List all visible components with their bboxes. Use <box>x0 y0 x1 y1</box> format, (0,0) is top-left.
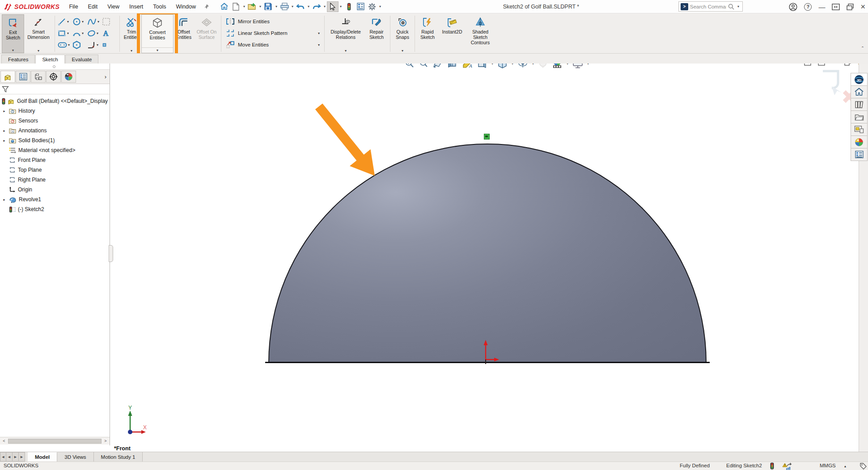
scrollbar-thumb[interactable] <box>8 439 102 444</box>
instant2d-button[interactable]: Instant2D <box>438 14 466 53</box>
property-manager-tab[interactable] <box>16 71 30 83</box>
sketch-picture-button[interactable] <box>102 17 117 26</box>
caret-down-icon[interactable]: ▾ <box>308 4 309 8</box>
convert-entities-button[interactable]: Convert Entities ▾ <box>141 14 174 53</box>
polygon-tool-button[interactable] <box>72 41 87 49</box>
open-document-button[interactable] <box>246 1 258 12</box>
home-tab[interactable] <box>851 85 868 98</box>
save-button[interactable] <box>263 1 274 12</box>
expand-arrow-icon[interactable]: ▸ <box>2 109 7 113</box>
panel-overflow-chevron-icon[interactable]: › <box>105 73 106 80</box>
tag-icon[interactable] <box>860 462 867 470</box>
tree-item-history[interactable]: ▸ History <box>0 106 110 116</box>
close-window-icon[interactable]: × <box>860 3 865 11</box>
restore-window-icon[interactable] <box>847 4 854 10</box>
pin-menu-icon[interactable] <box>203 4 210 10</box>
rapid-sketch-button[interactable]: Rapid Sketch <box>417 14 438 53</box>
user-account-icon[interactable] <box>789 3 797 11</box>
tree-root-item[interactable]: Golf Ball (Default) <<Default>_Display S… <box>0 96 110 106</box>
tree-item-sensors[interactable]: Sensors <box>0 116 110 126</box>
caret-down-icon[interactable]: ▾ <box>122 49 141 53</box>
menu-file[interactable]: File <box>64 0 83 13</box>
caret-down-icon[interactable]: ▾ <box>82 20 84 24</box>
caret-down-icon[interactable]: ▾ <box>379 4 381 8</box>
linear-sketch-pattern-button[interactable]: Linear Sketch Pattern ▾ <box>224 27 322 39</box>
slot-tool-button[interactable]: ▾ <box>58 42 72 48</box>
caret-down-icon[interactable]: ▾ <box>392 49 413 53</box>
tree-filter-box[interactable] <box>0 84 110 94</box>
caret-down-icon[interactable]: ▾ <box>292 4 293 8</box>
search-commands-box[interactable]: > ▾ <box>678 1 743 12</box>
caret-down-icon[interactable]: ▾ <box>243 4 245 8</box>
repair-sketch-button[interactable]: Repair Sketch <box>365 14 388 53</box>
rebuild-traffic-light-button[interactable] <box>343 1 355 12</box>
sketch-origin-marker[interactable] <box>480 339 500 365</box>
caret-down-icon[interactable]: ▾ <box>24 49 53 53</box>
select-tool-button[interactable] <box>327 1 339 12</box>
menu-window[interactable]: Window <box>171 0 200 13</box>
circle-tool-button[interactable]: ▾ <box>72 17 87 26</box>
next-tab-button[interactable]: ▶ <box>13 452 19 462</box>
rectangle-tool-button[interactable]: ▾ <box>58 29 72 38</box>
menu-tools[interactable]: Tools <box>148 0 171 13</box>
tab-3d-views[interactable]: 3D Views <box>57 452 93 462</box>
ribbon-collapse-icon[interactable]: ˆ <box>862 46 864 52</box>
graphics-viewport[interactable]: A ▾ ▾ ▾ ▾ ▾ — × <box>110 57 859 452</box>
line-tool-button[interactable]: ▾ <box>58 17 72 26</box>
panel-grip[interactable] <box>0 64 110 69</box>
arc-tool-button[interactable]: ▾ <box>72 29 87 38</box>
search-input[interactable] <box>690 4 726 9</box>
exit-sketch-button[interactable]: Exit Sketch ▾ <box>2 14 24 53</box>
tree-item-right-plane[interactable]: Right Plane <box>0 175 110 185</box>
shaded-sketch-contours-button[interactable]: Shaded Sketch Contours <box>466 14 495 53</box>
caret-down-icon[interactable]: ▾ <box>68 43 70 47</box>
tree-horizontal-scrollbar[interactable]: < > <box>0 437 110 445</box>
menu-insert[interactable]: Insert <box>124 0 148 13</box>
offset-on-surface-button[interactable]: Offset On Surface <box>194 14 219 53</box>
home-button[interactable] <box>219 1 230 12</box>
caret-down-icon[interactable]: ▾ <box>97 20 99 24</box>
prev-tab-button[interactable]: ◀ <box>6 452 13 462</box>
appearances-scenes-tab[interactable] <box>851 135 868 148</box>
mirror-entities-button[interactable]: Mirror Entities <box>224 16 322 27</box>
tree-item-top-plane[interactable]: Top Plane <box>0 165 110 175</box>
sketch-status-icon[interactable]: ! <box>782 462 792 470</box>
scroll-right-icon[interactable]: > <box>102 439 109 443</box>
display-manager-tab[interactable] <box>61 71 76 83</box>
caret-down-icon[interactable]: ▾ <box>67 31 69 35</box>
tab-features[interactable]: Features <box>1 55 35 64</box>
tree-item-solid-bodies[interactable]: ▸ Solid Bodies(1) <box>0 135 110 145</box>
tab-sketch[interactable]: Sketch <box>35 55 64 64</box>
display-delete-relations-button[interactable]: Display/Delete Relations ▾ <box>326 14 365 53</box>
panel-splitter-handle[interactable] <box>109 245 113 262</box>
sketch-fillet-button[interactable]: ▾ <box>87 41 102 49</box>
tree-item-origin[interactable]: Origin <box>0 185 110 195</box>
search-icon[interactable] <box>728 4 734 10</box>
caret-down-icon[interactable]: ▾ <box>259 4 261 8</box>
print-button[interactable] <box>279 1 290 12</box>
tree-item-annotations[interactable]: ▸ A Annotations <box>0 126 110 135</box>
view-palette-tab[interactable] <box>851 123 868 136</box>
minimize-window-icon[interactable]: — <box>818 4 825 10</box>
first-tab-button[interactable]: ◀ <box>0 452 6 462</box>
expand-arrow-icon[interactable]: ▸ <box>2 139 7 143</box>
file-explorer-tab[interactable] <box>851 110 868 123</box>
custom-properties-tab[interactable] <box>851 148 868 161</box>
undo-button[interactable] <box>295 1 306 12</box>
caret-down-icon[interactable]: ▾ <box>2 48 24 52</box>
caret-down-icon[interactable]: ▾ <box>142 47 173 52</box>
design-library-tab[interactable] <box>851 98 868 111</box>
caret-down-icon[interactable]: ▾ <box>82 31 84 35</box>
caret-down-icon[interactable]: ▾ <box>318 43 320 47</box>
caret-down-icon[interactable]: ▾ <box>275 4 277 8</box>
quick-snaps-button[interactable]: Quick Snaps ▾ <box>392 14 413 53</box>
tab-motion-study-1[interactable]: Motion Study 1 <box>94 452 143 462</box>
point-tool-button[interactable] <box>102 42 117 47</box>
smart-dimension-button[interactable]: Smart Dimension ▾ <box>24 14 53 53</box>
feature-tree-tab[interactable] <box>0 71 15 83</box>
statusbar-traffic-light-icon[interactable] <box>770 462 774 470</box>
scroll-left-icon[interactable]: < <box>1 439 7 443</box>
caret-down-icon[interactable]: ▾ <box>326 49 365 53</box>
move-entities-button[interactable]: Move Entities ▾ <box>224 39 322 51</box>
tree-item-revolve1[interactable]: ▸ Revolve1 <box>0 195 110 204</box>
